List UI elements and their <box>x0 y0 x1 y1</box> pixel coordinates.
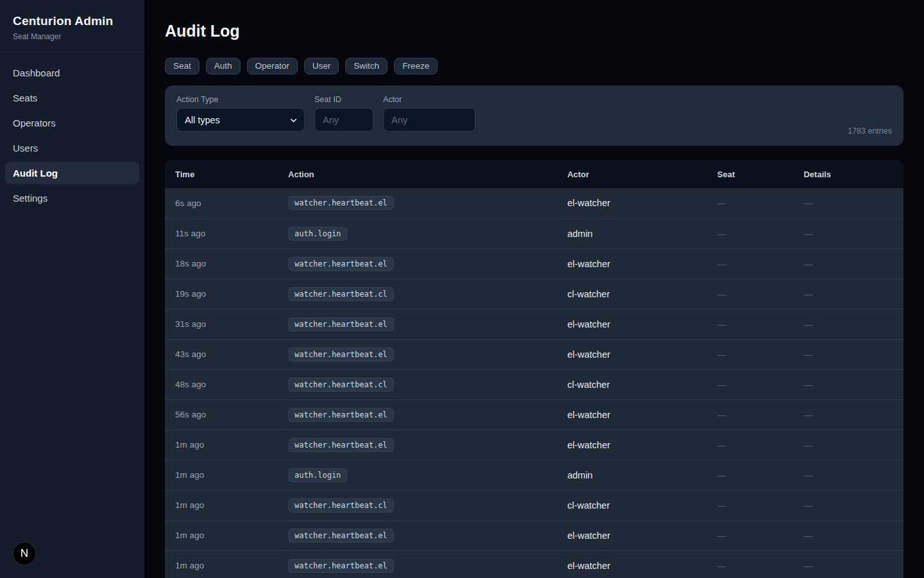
nextjs-logo-icon: N <box>21 547 28 560</box>
seat-cell: — <box>707 339 794 369</box>
table-header-row: Time Action Actor Seat Details <box>165 160 903 188</box>
details-cell: — <box>793 550 903 578</box>
table-row: 48s ago watcher.heartbeat.cl cl-watcher … <box>165 369 903 399</box>
table-row: 1m ago auth.login admin — — <box>165 460 903 490</box>
seat-cell: — <box>707 490 794 520</box>
seat-cell: — <box>707 309 794 339</box>
seat-cell: — <box>707 218 794 249</box>
details-cell: — <box>793 339 903 369</box>
actor-cell: cl-watcher <box>557 490 707 520</box>
sidebar-item-users[interactable]: Users <box>5 137 139 159</box>
time-cell: 1m ago <box>165 520 278 550</box>
column-header-seat: Seat <box>707 160 794 188</box>
audit-table: Time Action Actor Seat Details 6s ago wa… <box>165 160 903 578</box>
actor-cell: el-watcher <box>557 520 707 550</box>
time-cell: 43s ago <box>165 339 278 369</box>
time-cell: 48s ago <box>165 369 278 399</box>
table-row: 6s ago watcher.heartbeat.el el-watcher —… <box>165 188 903 218</box>
actor-cell: el-watcher <box>557 249 707 279</box>
action-badge: watcher.heartbeat.el <box>288 317 394 331</box>
time-cell: 6s ago <box>165 188 278 218</box>
details-cell: — <box>793 188 903 218</box>
details-cell: — <box>793 520 903 550</box>
sidebar-item-dashboard[interactable]: Dashboard <box>5 62 139 84</box>
seat-cell: — <box>707 279 794 309</box>
action-badge: watcher.heartbeat.cl <box>288 498 394 512</box>
column-header-action: Action <box>278 160 557 188</box>
sidebar-item-seats[interactable]: Seats <box>5 87 139 109</box>
action-type-select[interactable]: All types <box>176 108 305 132</box>
seat-cell: — <box>707 188 794 218</box>
filter-chip-user[interactable]: User <box>304 58 339 74</box>
column-header-details: Details <box>793 160 903 188</box>
actor-label: Actor <box>383 95 475 104</box>
time-cell: 56s ago <box>165 399 278 430</box>
entries-count: 1783 entries <box>848 127 892 136</box>
table-row: 1m ago watcher.heartbeat.cl cl-watcher —… <box>165 490 903 520</box>
sidebar-item-settings[interactable]: Settings <box>5 187 139 209</box>
action-badge: watcher.heartbeat.el <box>288 257 394 271</box>
actor-filter: Actor <box>383 95 475 132</box>
time-cell: 1m ago <box>165 490 278 520</box>
table-row: 1m ago watcher.heartbeat.el el-watcher —… <box>165 550 903 578</box>
table-row: 1m ago watcher.heartbeat.el el-watcher —… <box>165 430 903 460</box>
action-badge: watcher.heartbeat.cl <box>288 287 394 301</box>
filter-chip-switch[interactable]: Switch <box>345 58 388 74</box>
sidebar-item-audit-log[interactable]: Audit Log <box>5 162 139 184</box>
actor-cell: el-watcher <box>557 430 707 460</box>
filter-chip-operator[interactable]: Operator <box>247 58 298 74</box>
sidebar: Centurion Admin Seat Manager Dashboard S… <box>0 0 144 578</box>
seat-cell: — <box>707 430 794 460</box>
sidebar-header: Centurion Admin Seat Manager <box>0 0 144 53</box>
column-header-time: Time <box>165 160 278 188</box>
table-row: 19s ago watcher.heartbeat.cl cl-watcher … <box>165 279 903 309</box>
table-row: 56s ago watcher.heartbeat.el el-watcher … <box>165 399 903 430</box>
action-type-label: Action Type <box>176 95 305 104</box>
page-title: Audit Log <box>165 0 903 40</box>
filter-chip-seat[interactable]: Seat <box>165 58 200 74</box>
app-subtitle: Seat Manager <box>13 32 132 41</box>
actor-input[interactable] <box>383 108 475 132</box>
nextjs-dev-badge[interactable]: N <box>13 542 36 565</box>
action-badge: watcher.heartbeat.el <box>288 529 394 543</box>
details-cell: — <box>793 430 903 460</box>
time-cell: 19s ago <box>165 279 278 309</box>
table-row: 1m ago watcher.heartbeat.el el-watcher —… <box>165 520 903 550</box>
actor-cell: el-watcher <box>557 550 707 578</box>
details-cell: — <box>793 399 903 430</box>
actor-cell: admin <box>557 218 707 249</box>
action-badge: watcher.heartbeat.el <box>288 438 394 452</box>
time-cell: 11s ago <box>165 218 278 249</box>
actor-cell: el-watcher <box>557 188 707 218</box>
seat-id-input[interactable] <box>314 108 373 132</box>
details-cell: — <box>793 490 903 520</box>
seat-cell: — <box>707 369 794 399</box>
time-cell: 31s ago <box>165 309 278 339</box>
audit-table-body: 6s ago watcher.heartbeat.el el-watcher —… <box>165 188 903 578</box>
time-cell: 1m ago <box>165 460 278 490</box>
action-badge: watcher.heartbeat.el <box>288 347 394 362</box>
filter-chip-auth[interactable]: Auth <box>206 58 241 74</box>
action-type-filter: Action Type All types <box>176 95 305 132</box>
details-cell: — <box>793 309 903 339</box>
seat-id-filter: Seat ID <box>314 95 373 132</box>
details-cell: — <box>793 279 903 309</box>
table-row: 18s ago watcher.heartbeat.el el-watcher … <box>165 249 903 279</box>
seat-cell: — <box>707 399 794 430</box>
table-row: 31s ago watcher.heartbeat.el el-watcher … <box>165 309 903 339</box>
filter-panel: Action Type All types Seat ID Actor 1783… <box>165 85 903 146</box>
time-cell: 1m ago <box>165 430 278 460</box>
app-title: Centurion Admin <box>13 14 132 28</box>
action-badge: auth.login <box>288 227 347 241</box>
details-cell: — <box>793 460 903 490</box>
sidebar-item-operators[interactable]: Operators <box>5 112 139 134</box>
actor-cell: cl-watcher <box>557 279 707 309</box>
action-badge: watcher.heartbeat.cl <box>288 378 394 392</box>
table-row: 11s ago auth.login admin — — <box>165 218 903 249</box>
action-badge: watcher.heartbeat.el <box>288 408 394 422</box>
seat-cell: — <box>707 550 794 578</box>
actor-cell: el-watcher <box>557 309 707 339</box>
time-cell: 1m ago <box>165 550 278 578</box>
filter-chip-freeze[interactable]: Freeze <box>394 58 438 74</box>
action-badge: watcher.heartbeat.el <box>288 559 394 573</box>
